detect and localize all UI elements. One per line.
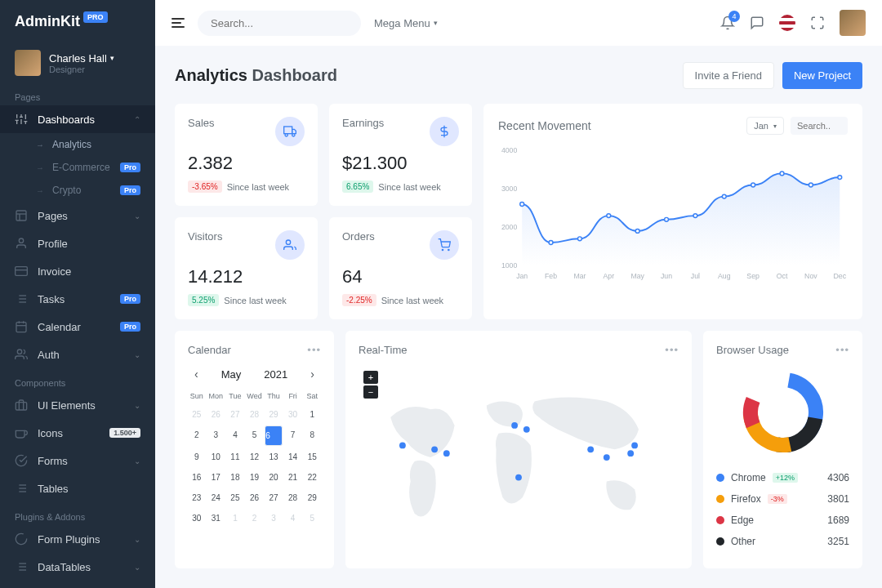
sidebar-item-pages[interactable]: Pages⌄: [0, 202, 155, 229]
search-box[interactable]: [198, 11, 361, 36]
user-block[interactable]: Charles Hall ▾ Designer: [0, 43, 155, 82]
world-map[interactable]: + −: [359, 368, 679, 555]
bell-icon[interactable]: 4: [720, 16, 735, 30]
cal-day[interactable]: 26: [207, 405, 225, 424]
cal-day[interactable]: 4: [284, 509, 302, 528]
sidebar-item-charts[interactable]: Charts⌄: [0, 581, 155, 588]
maximize-icon[interactable]: [810, 16, 825, 30]
cal-day[interactable]: 20: [265, 468, 283, 487]
cal-day[interactable]: 19: [246, 468, 264, 487]
zoom-in-button[interactable]: +: [363, 371, 378, 384]
sidebar-item-dashboards[interactable]: Dashboards ⌃: [0, 105, 155, 133]
sidebar-item-tasks[interactable]: TasksPro: [0, 285, 155, 313]
cal-day[interactable]: 18: [226, 468, 244, 487]
sidebar-item-ecommerce[interactable]: →E-CommercePro: [0, 156, 155, 179]
cal-day[interactable]: 11: [226, 448, 244, 466]
sidebar-item-ui[interactable]: UI Elements⌄: [0, 391, 155, 419]
page-header: Analytics Dashboard Invite a Friend New …: [175, 62, 862, 89]
cal-day[interactable]: 24: [207, 488, 225, 507]
cal-day[interactable]: 26: [246, 488, 264, 507]
sidebar-item-datatables[interactable]: DataTables⌄: [0, 553, 155, 581]
legend-item: Chrome+12%4306: [716, 467, 849, 488]
sidebar-item-tables[interactable]: Tables: [0, 474, 155, 502]
more-icon[interactable]: •••: [835, 344, 849, 356]
cal-day[interactable]: 31: [207, 509, 225, 528]
cal-day[interactable]: 22: [303, 468, 321, 487]
svg-text:Sep: Sep: [746, 272, 760, 280]
flag-icon[interactable]: [779, 15, 795, 31]
cal-day[interactable]: 28: [284, 488, 302, 507]
cal-day[interactable]: 21: [284, 468, 302, 487]
sidebar-item-form-plugins[interactable]: Form Plugins⌄: [0, 525, 155, 553]
search-input[interactable]: [211, 17, 348, 29]
nav-section-pages: Pages: [0, 82, 155, 105]
cal-day[interactable]: 5: [303, 509, 321, 528]
hamburger-icon[interactable]: [172, 18, 185, 28]
cal-day[interactable]: 27: [265, 488, 283, 507]
cal-day[interactable]: 30: [188, 509, 206, 528]
svg-point-78: [523, 426, 530, 433]
svg-text:Apr: Apr: [603, 272, 614, 280]
cal-day[interactable]: 1: [303, 405, 321, 424]
cal-day[interactable]: 13: [265, 448, 283, 466]
prev-month-button[interactable]: ‹: [194, 368, 198, 381]
svg-point-52: [665, 217, 669, 221]
cal-day[interactable]: 2: [246, 509, 264, 528]
zoom-out-button[interactable]: −: [363, 385, 378, 399]
cal-day[interactable]: 1: [226, 509, 244, 528]
cal-day[interactable]: 29: [303, 488, 321, 507]
brand[interactable]: AdminKit PRO: [0, 0, 155, 43]
cal-day[interactable]: 8: [303, 425, 321, 446]
message-icon[interactable]: [750, 16, 764, 30]
more-icon[interactable]: •••: [307, 344, 321, 356]
user-avatar[interactable]: [840, 10, 866, 36]
chart-search-input[interactable]: [791, 117, 848, 135]
cal-day[interactable]: 14: [284, 448, 302, 466]
sidebar-item-invoice[interactable]: Invoice: [0, 257, 155, 285]
sidebar-item-profile[interactable]: Profile: [0, 229, 155, 257]
svg-point-41: [292, 134, 295, 136]
month-selector[interactable]: Jan▾: [746, 117, 784, 135]
cal-day[interactable]: 17: [207, 468, 225, 487]
sidebar-item-calendar[interactable]: CalendarPro: [0, 313, 155, 341]
cal-day[interactable]: 7: [284, 425, 302, 446]
cal-day[interactable]: 3: [265, 509, 283, 528]
cal-day[interactable]: 2: [188, 425, 206, 446]
cal-day[interactable]: 5: [246, 425, 264, 446]
invite-friend-button[interactable]: Invite a Friend: [683, 62, 774, 89]
user-name: Charles Hall ▾: [49, 52, 114, 65]
svg-point-83: [631, 442, 638, 448]
cal-day[interactable]: 3: [207, 425, 225, 446]
cal-day[interactable]: 9: [188, 448, 206, 466]
new-project-button[interactable]: New Project: [782, 62, 862, 89]
sidebar-item-auth[interactable]: Auth⌄: [0, 341, 155, 368]
svg-point-40: [285, 134, 287, 136]
cal-day[interactable]: 10: [207, 448, 225, 466]
cal-day[interactable]: 28: [246, 405, 264, 424]
sidebar-item-crypto[interactable]: →CryptoPro: [0, 179, 155, 202]
cal-day[interactable]: 29: [265, 405, 283, 424]
cal-day[interactable]: 15: [303, 448, 321, 466]
cal-day[interactable]: 16: [188, 468, 206, 487]
cal-day[interactable]: 30: [284, 405, 302, 424]
check-circle-icon: [15, 532, 28, 546]
cal-day[interactable]: 6: [265, 425, 283, 446]
cal-day[interactable]: 4: [226, 425, 244, 446]
cal-day[interactable]: 12: [246, 448, 264, 466]
svg-text:Oct: Oct: [777, 272, 788, 280]
cal-day[interactable]: 27: [226, 405, 244, 424]
sidebar-item-icons[interactable]: Icons1.500+: [0, 419, 155, 447]
cal-day[interactable]: 25: [188, 405, 206, 424]
svg-rect-26: [16, 403, 26, 410]
sidebar-item-analytics[interactable]: →Analytics: [0, 133, 155, 156]
cal-day[interactable]: 23: [188, 488, 206, 507]
more-icon[interactable]: •••: [665, 344, 679, 356]
cal-day[interactable]: 25: [226, 488, 244, 507]
page-title: Analytics Dashboard: [175, 66, 337, 85]
mega-menu[interactable]: Mega Menu ▾: [374, 17, 438, 29]
svg-text:2000: 2000: [501, 223, 518, 231]
svg-point-81: [604, 454, 610, 461]
next-month-button[interactable]: ›: [310, 368, 314, 381]
realtime-card: Real-Time••• + −: [345, 331, 692, 568]
sidebar-item-forms[interactable]: Forms⌄: [0, 447, 155, 474]
